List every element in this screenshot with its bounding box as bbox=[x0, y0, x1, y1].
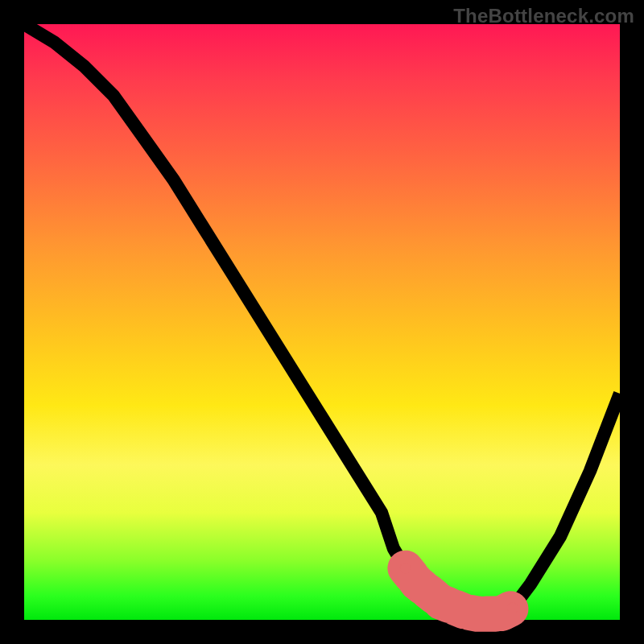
valley-dot-left bbox=[400, 563, 411, 573]
chart-frame: TheBottleneck.com bbox=[0, 0, 644, 644]
bottleneck-curve bbox=[24, 24, 620, 614]
valley-highlight bbox=[406, 568, 513, 614]
plot-area bbox=[24, 24, 620, 620]
valley-dot-right bbox=[507, 603, 518, 613]
plot-svg bbox=[24, 24, 620, 620]
